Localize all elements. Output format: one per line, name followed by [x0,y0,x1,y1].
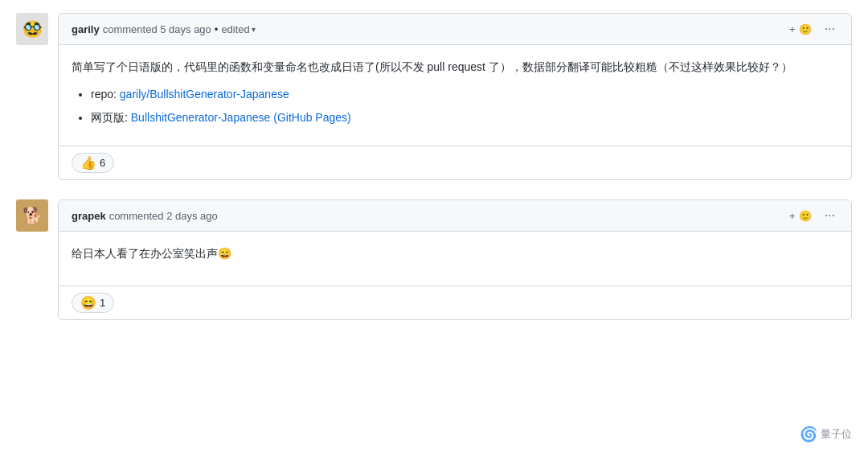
comment-author-2: grapek [72,210,106,222]
comment-box-2: grapek commented 2 days ago + 🙂 ··· 给日本人… [58,199,852,319]
reaction-pill-thumbsup[interactable]: 👍 6 [72,153,114,173]
list-item-pages: 网页版: BullshitGenerator-Japanese (GitHub … [91,109,838,126]
comment-reactions-2: 😄 1 [59,286,851,319]
more-options-button-2[interactable]: ··· [821,207,838,224]
emoji-icon-1: 🙂 [799,23,812,35]
comment-thread-2: 🐕 grapek commented 2 days ago + 🙂 ··· [16,199,852,319]
reaction-emoji-thumbsup: 👍 [80,155,96,170]
comment-meta-1: commented 5 days ago [103,23,211,35]
comment-author-1: garily [72,23,100,35]
plus-icon-2: + [789,210,796,222]
reaction-count-smile: 1 [100,297,105,309]
repo-link[interactable]: garily/BullshitGenerator-Japanese [120,88,289,101]
comment-meta-2: commented 2 days ago [109,210,218,222]
avatar-grapek: 🐕 [16,199,48,232]
comment-thread-1: 🥸 garily commented 5 days ago • edited ▾ [16,13,852,180]
comment-body-2: 给日本人看了在办公室笑出声😄 [59,232,851,285]
comment-text-2: 给日本人看了在办公室笑出声😄 [72,244,838,262]
repo-prefix: repo: [91,88,120,101]
watermark-logo: 🌀 [800,425,817,443]
comment-text-1: 简单写了个日语版的，代码里的函数和变量命名也改成日语了(所以不发 pull re… [72,58,838,76]
pages-link[interactable]: BullshitGenerator-Japanese (GitHub Pages… [131,111,351,124]
reaction-pill-smile[interactable]: 😄 1 [72,293,114,313]
watermark-text: 量子位 [821,427,852,442]
bullet-separator-1: • [215,23,219,35]
reaction-count-thumbsup: 6 [100,157,105,169]
comment-header-left-1: garily commented 5 days ago • edited ▾ [72,23,256,35]
edited-label-1: edited [221,23,249,35]
comment-header-right-1: + 🙂 ··· [786,20,838,38]
plus-icon-1: + [789,23,796,35]
list-item-repo: repo: garily/BullshitGenerator-Japanese [91,85,838,103]
add-reaction-button-2[interactable]: + 🙂 [786,208,815,224]
comment-header-2: grapek commented 2 days ago + 🙂 ··· [59,200,851,232]
comment-reactions-1: 👍 6 [59,146,851,179]
comment-header-left-2: grapek commented 2 days ago [72,210,218,222]
avatar-garily: 🥸 [16,13,48,45]
comments-container: 🥸 garily commented 5 days ago • edited ▾ [0,0,868,352]
comment-header-1: garily commented 5 days ago • edited ▾ +… [59,14,851,45]
comment-header-right-2: + 🙂 ··· [786,207,838,224]
watermark: 🌀 量子位 [800,425,852,443]
avatar-image-garily: 🥸 [16,13,48,45]
edited-dropdown-1[interactable]: edited ▾ [221,23,255,35]
add-reaction-button-1[interactable]: + 🙂 [786,22,815,37]
comment-list-1: repo: garily/BullshitGenerator-Japanese … [72,85,838,126]
comment-box-1: garily commented 5 days ago • edited ▾ +… [58,13,852,180]
comment-body-1: 简单写了个日语版的，代码里的函数和变量命名也改成日语了(所以不发 pull re… [59,45,851,146]
emoji-icon-2: 🙂 [799,210,812,222]
reaction-emoji-smile: 😄 [80,295,96,310]
pages-prefix: 网页版: [91,111,131,124]
avatar-image-grapek: 🐕 [16,199,48,232]
more-options-button-1[interactable]: ··· [821,20,838,38]
page-wrapper: 🥸 garily commented 5 days ago • edited ▾ [0,0,868,456]
chevron-down-icon-1: ▾ [252,25,256,34]
